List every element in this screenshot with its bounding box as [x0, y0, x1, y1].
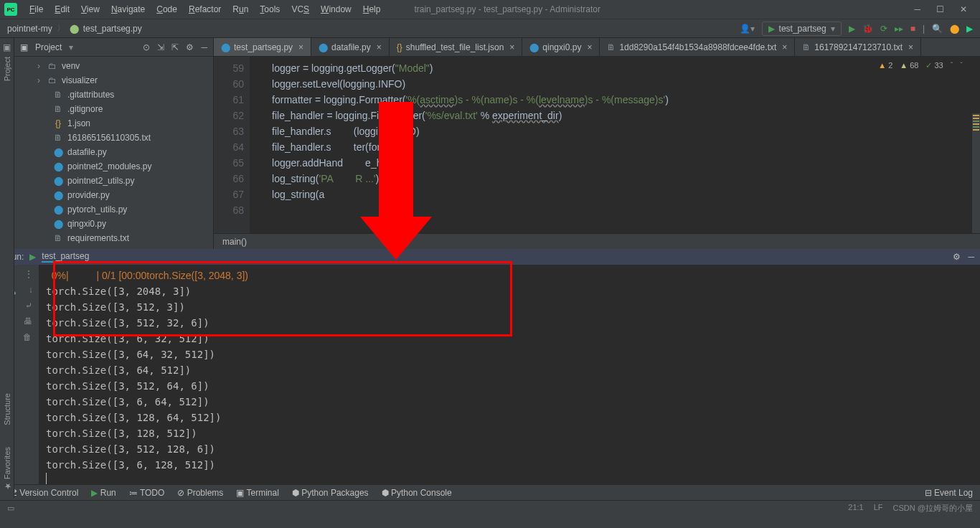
- run-tab[interactable]: test_partseg: [42, 251, 89, 263]
- debug-button[interactable]: 🐞: [862, 24, 873, 34]
- down-icon[interactable]: ↓: [29, 285, 33, 295]
- line-separator[interactable]: LF: [874, 503, 883, 514]
- breadcrumb-file[interactable]: test_partseg.py: [83, 24, 142, 34]
- window-controls: ─ ☐ ✕: [914, 4, 976, 14]
- hide-icon[interactable]: ─: [201, 42, 207, 52]
- run-settings-icon[interactable]: ⚙: [953, 252, 961, 262]
- console-output[interactable]: 0%| | 0/1 [00:00torch.Size([3, 2048, 3])…: [39, 265, 980, 484]
- editor-tab[interactable]: 🗎1617892147123710.txt×: [795, 38, 921, 56]
- collapse-all-icon[interactable]: ⇱: [171, 42, 179, 52]
- typos-count: 33: [925, 61, 943, 70]
- project-view-icon: ▣: [20, 42, 28, 52]
- code-breadcrumb[interactable]: main(): [214, 233, 980, 249]
- stop-button[interactable]: ■: [910, 24, 915, 34]
- tree-item[interactable]: ⬤pytorch_utils.py: [14, 202, 213, 217]
- caret-position[interactable]: 21:1: [848, 503, 863, 514]
- settings-icon[interactable]: ⚙: [186, 42, 194, 52]
- close-button[interactable]: ✕: [960, 4, 967, 14]
- play-icon: ▶: [29, 252, 36, 262]
- problems-tool[interactable]: ⊘ Problems: [177, 488, 223, 498]
- window-title: train_partseg.py - test_partseg.py - Adm…: [414, 4, 600, 14]
- editor-tab[interactable]: ⬤datafile.py×: [311, 38, 390, 56]
- project-tool-btn[interactable]: ▣: [3, 42, 11, 52]
- project-label[interactable]: Project: [3, 57, 11, 81]
- python-packages-tool[interactable]: ⬢ Python Packages: [292, 488, 369, 498]
- tree-item[interactable]: ›🗀visualizer: [14, 73, 213, 88]
- tree-item[interactable]: 🗎.gitattributes: [14, 88, 213, 102]
- tree-item[interactable]: ⬤datafile.py: [14, 145, 213, 159]
- close-tab-icon[interactable]: ×: [908, 42, 913, 52]
- quick-list-icon[interactable]: ▭: [7, 504, 14, 513]
- coverage-button[interactable]: ⟳: [880, 24, 887, 34]
- sidebar-title: Project: [35, 42, 62, 52]
- error-stripe[interactable]: [972, 113, 980, 233]
- tree-item[interactable]: 🗎.gitignore: [14, 102, 213, 116]
- play-icon: ▶: [768, 24, 775, 34]
- editor-tab[interactable]: 🗎1dd8290a154f4b1534a8988fdcee4fde.txt×: [600, 38, 795, 56]
- inspection-status[interactable]: 2 68 33 ˆ ˇ: [874, 60, 967, 72]
- clear-icon[interactable]: 🗑: [23, 332, 32, 342]
- project-tree[interactable]: ›🗀venv›🗀visualizer🗎.gitattributes🗎.gitig…: [14, 57, 213, 248]
- menu-navigate[interactable]: Navigate: [106, 2, 150, 16]
- ide-update-icon[interactable]: ⬤: [950, 24, 959, 34]
- print-icon[interactable]: 🖶: [24, 316, 32, 326]
- tree-item[interactable]: ⬤pointnet2_utils.py: [14, 174, 213, 188]
- code-with-me-icon[interactable]: ▶: [966, 24, 973, 34]
- tree-item[interactable]: ⬤provider.py: [14, 188, 213, 202]
- menu-window[interactable]: Window: [316, 2, 357, 16]
- menu-help[interactable]: Help: [358, 2, 386, 16]
- tree-item[interactable]: 🗎161865156110305.txt: [14, 131, 213, 145]
- tree-item[interactable]: {}1.json: [14, 116, 213, 131]
- search-button[interactable]: 🔍: [932, 24, 943, 34]
- profile-button[interactable]: ▸▸: [895, 24, 903, 34]
- editor-tab[interactable]: {}shuffled_test_file_list.json×: [390, 38, 523, 56]
- user-icon[interactable]: 👤▾: [740, 24, 755, 34]
- run-tool[interactable]: ▶ Run: [91, 488, 116, 498]
- run-menu-icon[interactable]: ⋮: [24, 269, 33, 279]
- code-content[interactable]: logger = logging.getLogger("Model") logg…: [250, 57, 980, 233]
- menu-code[interactable]: Code: [151, 2, 182, 16]
- editor-tabs: ⬤test_partseg.py×⬤datafile.py×{}shuffled…: [214, 38, 980, 57]
- menu-file[interactable]: File: [24, 2, 48, 16]
- close-tab-icon[interactable]: ×: [509, 42, 514, 52]
- project-sidebar: ▣ Project ▾ ⊙ ⇲ ⇱ ⚙ ─ ›🗀venv›🗀visualizer…: [14, 38, 214, 249]
- breadcrumb-project[interactable]: pointnet-my: [7, 24, 52, 34]
- select-open-file-icon[interactable]: ⊙: [143, 42, 150, 52]
- close-tab-icon[interactable]: ×: [782, 42, 787, 52]
- close-tab-icon[interactable]: ×: [298, 42, 303, 52]
- editor-tab[interactable]: ⬤qingxi0.py×: [522, 38, 600, 56]
- vcs-tool[interactable]: ⎇ Version Control: [7, 488, 78, 498]
- tree-item[interactable]: 🗎requirements.txt: [14, 231, 213, 245]
- tree-item[interactable]: ›🗀venv: [14, 59, 213, 73]
- terminal-tool[interactable]: ▣ Terminal: [236, 488, 278, 498]
- maximize-button[interactable]: ☐: [936, 4, 944, 14]
- hide-run-icon[interactable]: ─: [968, 252, 974, 262]
- menu-tools[interactable]: Tools: [255, 2, 285, 16]
- menu-refactor[interactable]: Refactor: [184, 2, 226, 16]
- minimize-button[interactable]: ─: [914, 4, 920, 14]
- todo-tool[interactable]: ≔ TODO: [129, 488, 165, 498]
- line-gutter: 59606162636465666768: [214, 57, 250, 233]
- expand-all-icon[interactable]: ⇲: [157, 42, 164, 52]
- menu-view[interactable]: View: [76, 2, 105, 16]
- navbar: pointnet-my 〉 ⬤ test_partseg.py 👤▾ ▶ tes…: [0, 19, 980, 38]
- menu-vcs[interactable]: VCS: [286, 2, 314, 16]
- menu-edit[interactable]: Edit: [50, 2, 75, 16]
- chevron-down-icon[interactable]: ▾: [69, 42, 73, 52]
- favorites-tool[interactable]: ★ Favorites: [2, 447, 11, 491]
- close-tab-icon[interactable]: ×: [377, 42, 382, 52]
- code-editor[interactable]: 59606162636465666768 logger = logging.ge…: [214, 57, 980, 233]
- run-config-selector[interactable]: ▶ test_partseg ▾: [762, 22, 842, 36]
- run-button[interactable]: ▶: [849, 24, 855, 34]
- editor-tab[interactable]: ⬤test_partseg.py×: [214, 38, 311, 56]
- event-log[interactable]: ⊟ Event Log: [925, 488, 973, 498]
- menu-run[interactable]: Run: [227, 2, 253, 16]
- close-tab-icon[interactable]: ×: [587, 42, 592, 52]
- warnings-count: 68: [900, 61, 918, 70]
- tree-item[interactable]: ⬤pointnet2_modules.py: [14, 159, 213, 174]
- structure-tool[interactable]: Structure: [3, 393, 11, 425]
- soft-wrap-icon[interactable]: ⤶: [25, 301, 32, 311]
- python-console-tool[interactable]: ⬢ Python Console: [382, 488, 452, 498]
- editor-area: ⬤test_partseg.py×⬤datafile.py×{}shuffled…: [214, 38, 980, 249]
- tree-item[interactable]: ⬤qingxi0.py: [14, 217, 213, 231]
